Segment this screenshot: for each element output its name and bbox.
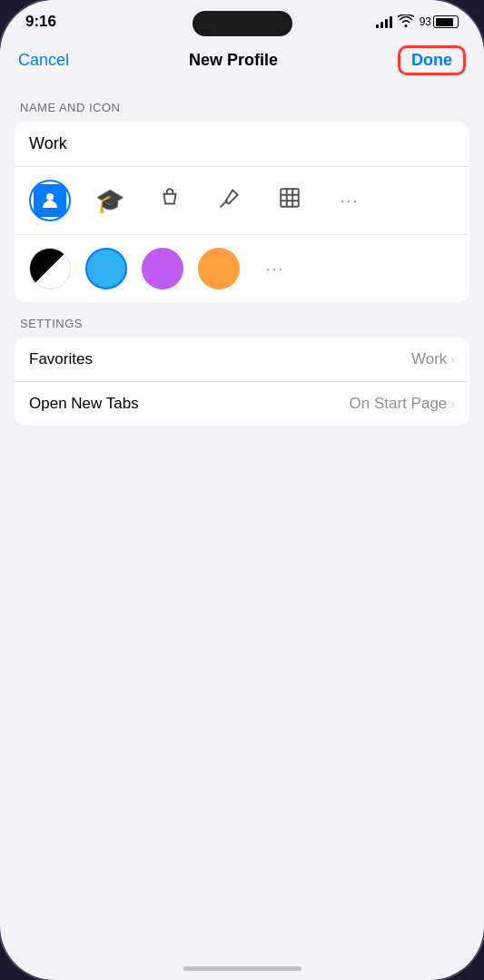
name-section-header: NAME AND ICON: [15, 86, 469, 122]
color-more[interactable]: ···: [254, 248, 296, 289]
open-new-tabs-label: Open New Tabs: [29, 395, 139, 413]
icon-building[interactable]: [269, 180, 311, 221]
status-icons: 93: [376, 15, 459, 30]
icon-person[interactable]: [29, 180, 71, 221]
battery-icon: 93: [420, 15, 459, 28]
open-new-tabs-value: On Start Page: [350, 395, 448, 413]
color-orange[interactable]: [198, 248, 240, 289]
wifi-icon: [398, 15, 414, 30]
home-indicator[interactable]: [183, 966, 301, 971]
battery-level: 93: [420, 15, 431, 28]
name-input-container: [15, 122, 469, 167]
color-blue[interactable]: [85, 248, 127, 289]
cancel-button[interactable]: Cancel: [18, 51, 69, 70]
status-time: 9:16: [25, 13, 56, 31]
open-new-tabs-row[interactable]: Open New Tabs On Start Page ›: [15, 382, 469, 426]
icon-picker-row: 🎓: [15, 167, 469, 235]
navigation-bar: Cancel New Profile Done: [0, 38, 484, 86]
favorites-label: Favorites: [29, 350, 93, 368]
phone-frame: 9:16 93: [0, 0, 484, 980]
page-title: New Profile: [189, 51, 278, 70]
color-purple[interactable]: [142, 248, 183, 289]
signal-icon: [376, 15, 392, 28]
favorites-chevron: ›: [450, 352, 455, 367]
svg-rect-1: [281, 189, 299, 207]
icon-hammer[interactable]: [209, 180, 251, 221]
name-icon-card: 🎓: [15, 122, 469, 302]
icon-bag[interactable]: [149, 180, 191, 221]
color-bw[interactable]: [29, 248, 71, 289]
done-button[interactable]: Done: [398, 45, 466, 75]
icon-graduation[interactable]: 🎓: [89, 180, 131, 221]
phone-screen: 9:16 93: [0, 0, 484, 980]
profile-name-input[interactable]: [29, 134, 455, 153]
settings-section-header: SETTINGS: [15, 302, 469, 338]
open-new-tabs-chevron: ›: [450, 397, 455, 411]
color-picker-row: ···: [15, 235, 469, 302]
favorites-value-container: Work ›: [411, 350, 455, 368]
open-new-tabs-value-container: On Start Page ›: [350, 395, 455, 413]
content-area: NAME AND ICON: [0, 86, 484, 426]
dynamic-island: [193, 11, 292, 36]
favorites-value: Work: [411, 350, 447, 368]
settings-card: Favorites Work › Open New Tabs On Start …: [15, 338, 469, 426]
svg-point-0: [46, 193, 54, 201]
icon-more[interactable]: ···: [329, 180, 370, 221]
favorites-row[interactable]: Favorites Work ›: [15, 338, 469, 382]
